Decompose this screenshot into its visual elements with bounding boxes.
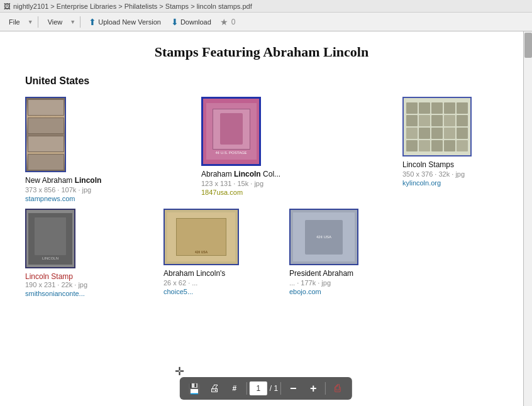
upload-new-version-button[interactable]: ⬆ Upload New Version bbox=[85, 16, 165, 28]
stamp-name-3: Lincoln Stamps bbox=[402, 160, 454, 169]
stamp-link-4[interactable]: smithsonianconte... bbox=[25, 290, 85, 297]
app-icon: 🖼 bbox=[4, 3, 11, 10]
stamp-row-2: LINCOLN Lincoln Stamp 190 x 231 · 22k · … bbox=[25, 209, 498, 297]
zoom-out-icon: − bbox=[290, 382, 297, 395]
toolbar-sep-2 bbox=[280, 382, 281, 395]
star-count: 0 bbox=[231, 18, 236, 26]
stamp-image-4[interactable]: LINCOLN bbox=[25, 209, 75, 268]
toolbar-separator-1 bbox=[38, 16, 38, 28]
star-icon[interactable]: ★ bbox=[220, 17, 228, 27]
bottom-toolbar: 💾 🖨 # / 1 − + ⎙ bbox=[180, 377, 352, 400]
stamp-row-1: New Abraham Lincoln 373 x 856 · 107k · j… bbox=[25, 97, 498, 202]
save-icon: 💾 bbox=[188, 383, 201, 395]
toolbar: File ▼ View ▼ ⬆ Upload New Version ⬇ Dow… bbox=[0, 13, 532, 31]
stamp-dims-1: 373 x 856 · 107k · jpg bbox=[25, 186, 91, 194]
pdf-button[interactable]: ⎙ bbox=[328, 380, 347, 397]
section-title: United States bbox=[25, 75, 498, 87]
stamp-link-2[interactable]: 1847usa.com bbox=[201, 189, 243, 196]
toolbar-sep-3 bbox=[325, 382, 326, 395]
stamp-item-3: Lincoln Stamps 350 x 376 · 32k · jpg kyl… bbox=[402, 97, 490, 202]
zoom-in-button[interactable]: + bbox=[304, 380, 323, 397]
download-button[interactable]: ⬇ Download bbox=[167, 16, 215, 28]
document-title: Stamps Featuring Abraham Lincoln bbox=[25, 44, 498, 60]
stamp-name-5: Abraham Lincoln's bbox=[163, 269, 225, 278]
save-button[interactable]: 💾 bbox=[185, 380, 204, 397]
stamp-image-6[interactable]: 42¢ USA bbox=[289, 209, 358, 265]
stamp-image-1[interactable] bbox=[25, 97, 66, 172]
stamp-item-6: 42¢ USA President Abraham ... · 177k · j… bbox=[289, 209, 377, 297]
file-menu[interactable]: File bbox=[4, 17, 25, 27]
view-menu[interactable]: View bbox=[43, 17, 68, 27]
stamp-item-5: 42¢ USA Abraham Lincoln's 26 x 62 · ... … bbox=[163, 209, 252, 297]
stamp-link-1[interactable]: stampnews.com bbox=[25, 195, 75, 202]
stamp-dims-3: 350 x 376 · 32k · jpg bbox=[402, 170, 465, 178]
stamp-image-5[interactable]: 42¢ USA bbox=[163, 209, 239, 265]
stamp-item-4: LINCOLN Lincoln Stamp 190 x 231 · 22k · … bbox=[25, 209, 113, 297]
pages-button[interactable]: # bbox=[225, 380, 244, 397]
stamp-item-1: New Abraham Lincoln 373 x 856 · 107k · j… bbox=[25, 97, 113, 202]
page-number-input[interactable] bbox=[250, 381, 267, 395]
zoom-out-button[interactable]: − bbox=[284, 380, 302, 397]
print-icon: 🖨 bbox=[209, 383, 219, 394]
stamp-dims-5: 26 x 62 · ... bbox=[163, 279, 197, 287]
print-button[interactable]: 🖨 bbox=[205, 380, 224, 397]
stamp-link-6[interactable]: ebojo.com bbox=[289, 288, 321, 295]
breadcrumb: nightly2101 > Enterprise Libraries > Phi… bbox=[13, 3, 252, 10]
stamp-dims-6: ... · 177k · jpg bbox=[289, 279, 331, 287]
stamp-image-2[interactable]: 4¢ U.S. POSTAGE bbox=[201, 97, 261, 166]
upload-icon: ⬆ bbox=[89, 17, 96, 27]
stamp-item-2: 4¢ U.S. POSTAGE Abraham Lincoln Col... 1… bbox=[201, 97, 289, 202]
pages-icon: # bbox=[232, 384, 236, 393]
stamp-name-2: Abraham Lincoln Col... bbox=[201, 170, 280, 178]
stamp-name-1: New Abraham Lincoln bbox=[25, 176, 101, 185]
scrollbar-thumb[interactable] bbox=[524, 33, 532, 58]
stamp-name-6: President Abraham bbox=[289, 269, 353, 278]
zoom-in-icon: + bbox=[310, 382, 317, 395]
title-bar: 🖼 nightly2101 > Enterprise Libraries > P… bbox=[0, 0, 532, 13]
page-total: / 1 bbox=[270, 384, 278, 393]
stamp-link-5[interactable]: choice5... bbox=[163, 288, 193, 295]
stamp-link-3[interactable]: kylincoln.org bbox=[402, 179, 441, 187]
stamp-image-3[interactable] bbox=[402, 97, 472, 156]
toolbar-separator-2 bbox=[80, 16, 80, 28]
download-icon: ⬇ bbox=[171, 17, 179, 27]
stamp-dims-2: 123 x 131 · 15k · jpg bbox=[201, 180, 263, 187]
stamp-dims-4: 190 x 231 · 22k · jpg bbox=[25, 281, 87, 288]
scrollbar[interactable] bbox=[523, 31, 532, 406]
main-content: Stamps Featuring Abraham Lincoln United … bbox=[0, 31, 523, 406]
pdf-icon: ⎙ bbox=[335, 383, 341, 394]
toolbar-sep-1 bbox=[247, 382, 247, 395]
crosshair-cursor: ✛ bbox=[175, 365, 184, 378]
stamp-name-4-link[interactable]: Lincoln Stamp bbox=[25, 272, 73, 281]
